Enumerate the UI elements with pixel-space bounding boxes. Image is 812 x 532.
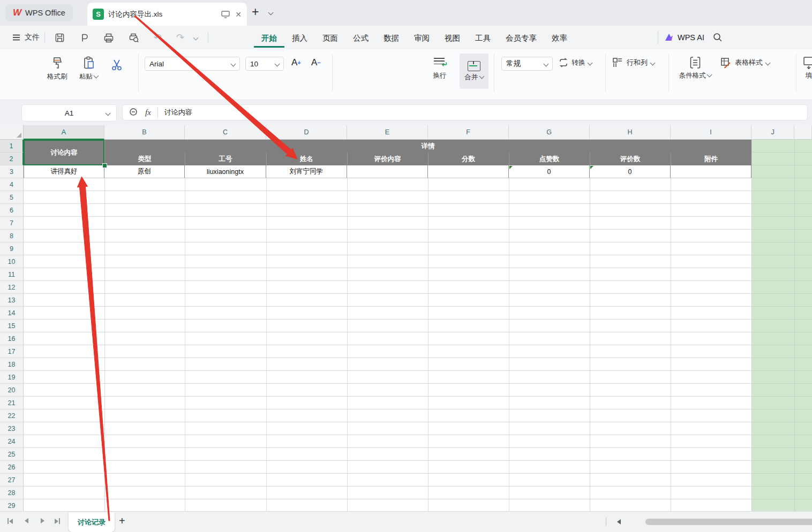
column-header-I[interactable]: I — [671, 125, 751, 140]
add-sheet-button[interactable]: + — [119, 515, 125, 527]
column-header-G[interactable]: G — [509, 125, 590, 140]
menu-tab-数据[interactable]: 数据 — [376, 28, 407, 48]
font-size-select[interactable]: 10 — [245, 57, 284, 71]
row-header-9[interactable]: 9 — [0, 242, 24, 255]
cell-B3[interactable]: 原创 — [104, 165, 185, 178]
column-header-H[interactable]: H — [590, 125, 671, 140]
cell-I2-header[interactable]: 附件 — [671, 153, 751, 165]
merge-cells-button[interactable]: 合并 — [460, 54, 488, 89]
convert-button[interactable]: 转换 — [558, 58, 592, 67]
monitor-icon[interactable] — [221, 11, 230, 18]
print-button[interactable] — [103, 33, 114, 43]
cell-I3[interactable] — [671, 165, 751, 178]
horizontal-scrollbar-thumb[interactable] — [645, 519, 812, 525]
row-header-6[interactable]: 6 — [0, 204, 24, 217]
column-header-J[interactable]: J — [751, 125, 794, 140]
row-header-11[interactable]: 11 — [0, 268, 24, 281]
row-header-25[interactable]: 25 — [0, 448, 24, 461]
quick-access-chevron-icon[interactable] — [193, 35, 199, 40]
formula-input[interactable]: fx 讨论内容 — [122, 104, 808, 120]
rows-columns-button[interactable]: 行和列 — [612, 57, 655, 69]
row-header-17[interactable]: 17 — [0, 345, 24, 358]
row-header-21[interactable]: 21 — [0, 397, 24, 409]
menu-tab-页面[interactable]: 页面 — [315, 28, 345, 48]
row-header-2[interactable]: 2 — [0, 153, 24, 165]
close-tab-icon[interactable]: ✕ — [235, 10, 242, 19]
column-header-D[interactable]: D — [266, 125, 347, 140]
cell-A3[interactable]: 讲得真好 — [24, 165, 104, 178]
row-header-23[interactable]: 23 — [0, 422, 24, 435]
fill-button-partial[interactable]: 填 — [802, 56, 812, 80]
row-header-3[interactable]: 3 — [0, 165, 24, 178]
menu-tab-会员专享[interactable]: 会员专享 — [498, 28, 544, 48]
wps-ai-button[interactable]: WPS AI — [664, 26, 704, 49]
save-button[interactable] — [55, 33, 65, 43]
row-header-16[interactable]: 16 — [0, 332, 24, 345]
format-painter-button[interactable]: 格式刷 — [47, 56, 67, 81]
previous-sheet-button[interactable] — [25, 518, 28, 523]
search-icon[interactable] — [712, 32, 723, 43]
row-header-24[interactable]: 24 — [0, 435, 24, 448]
row-header-15[interactable]: 15 — [0, 320, 24, 332]
row-header-28[interactable]: 28 — [0, 487, 24, 499]
export-pdf-button[interactable] — [79, 33, 89, 43]
row-header-8[interactable]: 8 — [0, 230, 24, 242]
menu-tab-公式[interactable]: 公式 — [345, 28, 376, 48]
row-header-4[interactable]: 4 — [0, 178, 24, 191]
tab-list-chevron-icon[interactable] — [268, 10, 274, 16]
menu-tab-开始[interactable]: 开始 — [254, 28, 284, 48]
row-header-26[interactable]: 26 — [0, 461, 24, 474]
cell-F3[interactable] — [428, 165, 509, 178]
row-header-10[interactable]: 10 — [0, 255, 24, 268]
cell-B2-header[interactable]: 类型 — [104, 153, 185, 165]
row-header-18[interactable]: 18 — [0, 358, 24, 371]
cell-G3[interactable]: 0 — [509, 165, 590, 178]
cell-G2-header[interactable]: 点赞数 — [509, 153, 590, 165]
row-header-5[interactable]: 5 — [0, 191, 24, 204]
row-header-12[interactable]: 12 — [0, 281, 24, 294]
table-header-band[interactable]: 讨论内容详情类型工号姓名评价内容分数点赞数评价数附件 — [24, 140, 751, 165]
cell-E2-header[interactable]: 评价内容 — [347, 153, 428, 165]
cut-button[interactable] — [108, 57, 125, 73]
next-sheet-button[interactable] — [41, 518, 44, 523]
menu-tab-视图[interactable]: 视图 — [437, 28, 468, 48]
zoom-minus-icon[interactable] — [129, 108, 139, 117]
file-menu-button[interactable]: 文件 — [25, 33, 40, 42]
shrink-font-button[interactable]: A− — [309, 56, 323, 70]
name-box[interactable]: A1 — [21, 104, 117, 121]
row-header-1[interactable]: 1 — [0, 140, 24, 153]
menu-tab-工具[interactable]: 工具 — [468, 28, 498, 48]
green-filled-region[interactable] — [751, 140, 812, 511]
last-sheet-button[interactable] — [55, 518, 60, 524]
row-header-14[interactable]: 14 — [0, 307, 24, 320]
print-preview-button[interactable] — [129, 33, 139, 43]
wps-office-home-button[interactable]: W WPS Office — [5, 4, 73, 21]
new-tab-button[interactable]: + — [252, 5, 259, 19]
cell-D2-header[interactable]: 姓名 — [266, 153, 347, 165]
undo-button[interactable]: ↶ — [154, 32, 162, 43]
menu-tab-效率[interactable]: 效率 — [544, 28, 575, 48]
cell-B1-detail-header[interactable]: 详情 — [104, 140, 751, 153]
menu-tab-审阅[interactable]: 审阅 — [407, 28, 437, 48]
fx-icon[interactable]: fx — [145, 108, 151, 117]
column-header-F[interactable]: F — [428, 125, 509, 140]
column-header-C[interactable]: C — [185, 125, 266, 140]
fill-handle[interactable] — [102, 163, 107, 168]
paste-button[interactable]: 粘贴 — [79, 56, 98, 81]
column-header-A[interactable]: A — [24, 125, 104, 140]
grid-body[interactable]: 讨论内容详情类型工号姓名评价内容分数点赞数评价数附件 讲得真好原创liuxiao… — [24, 140, 812, 511]
font-name-select[interactable]: Arial — [145, 57, 240, 71]
conditional-format-button[interactable]: 条件格式 — [676, 56, 715, 80]
grow-font-button[interactable]: A+ — [289, 56, 303, 70]
cell-C2-header[interactable]: 工号 — [185, 153, 266, 165]
table-style-button[interactable]: 表格样式 — [720, 57, 770, 69]
cell-H2-header[interactable]: 评价数 — [590, 153, 671, 165]
row-header-20[interactable]: 20 — [0, 384, 24, 397]
cell-C3[interactable]: liuxiaoningtx — [185, 165, 266, 178]
hamburger-menu-icon[interactable] — [13, 37, 20, 38]
row-header-27[interactable]: 27 — [0, 474, 24, 487]
first-sheet-button[interactable] — [7, 518, 13, 524]
scroll-left-icon[interactable] — [617, 519, 621, 525]
sheet-tab-active[interactable]: 讨论记录 — [69, 512, 115, 532]
number-format-select[interactable]: 常规 — [501, 57, 553, 71]
